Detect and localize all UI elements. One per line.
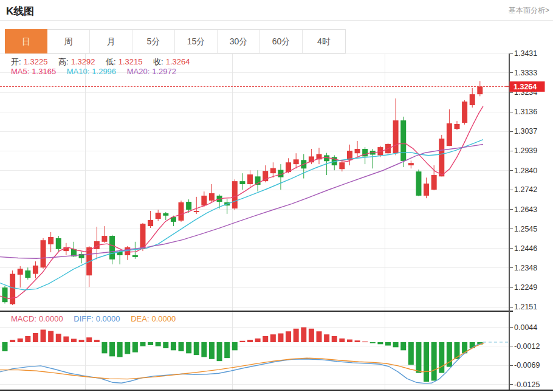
candle-body [2,287,8,302]
ohlc-readout: 开:1.3225 高:1.3292 低:1.3215 收:1.3264 [11,57,192,67]
candle-body [447,123,452,146]
y-axis-label: 1.3136 [514,108,537,116]
candle-body [239,181,245,184]
macd-bar [309,329,314,342]
tab-15分[interactable]: 15分 [175,30,218,53]
macd-bar [278,334,283,342]
header-divider [0,20,553,21]
macd-axis-label: -0.0069 [514,361,540,370]
macd-bar [109,342,115,356]
y-axis-label: 1.2939 [514,146,537,155]
macd-bar [156,342,161,346]
low-value: 1.3215 [118,57,143,66]
macd-bar [239,341,245,342]
candle-body [232,181,238,208]
tab-日[interactable]: 日 [5,29,47,53]
macd-axis-label: 0.0044 [514,323,537,332]
macd-bar [286,331,291,342]
macd-bar [332,336,337,342]
macd-bar [416,342,421,373]
macd-bar [255,339,261,342]
y-axis-label: 1.2643 [514,205,537,214]
macd-axis-label: -0.0012 [514,342,540,351]
candle-body [140,224,145,249]
macd-bar [377,342,383,344]
macd-bar [48,331,53,342]
macd-bar [79,340,84,342]
candle-body [408,163,414,165]
macd-bar [140,342,145,346]
tab-4时[interactable]: 4时 [303,30,345,53]
dea-value: 0.0000 [152,314,176,323]
high-label: 高: [58,57,69,66]
ma20-value: 1.2972 [152,67,176,76]
ma-readout: MA5:1.3165 MA10:1.2996 MA20:1.2972 [11,67,179,76]
ma20-line [0,145,483,259]
y-axis-label: 1.2840 [514,167,537,175]
macd-bar [263,336,268,342]
candle-body [48,237,53,244]
macd-bar [94,340,100,342]
macd-bar [324,334,329,342]
macd-bar [194,342,199,355]
ma5-label: MA5: [11,67,29,76]
macd-bar [393,342,399,347]
candle-body [362,149,368,156]
macd-bar [400,342,406,350]
macd-bar [232,342,238,350]
macd-bar [454,342,459,359]
ma10-label: MA10: [67,67,90,76]
candle-body [439,139,444,176]
candle-body [209,193,215,201]
tab-5分[interactable]: 5分 [132,30,175,53]
macd-bar [362,342,368,342]
macd-label: MACD: [11,314,36,323]
open-value: 1.3225 [24,57,48,66]
candle-body [477,86,483,94]
candle-body [201,196,207,205]
low-label: 低: [106,57,116,66]
candle-body [179,202,184,221]
candle-body [294,159,299,164]
macd-bar [317,331,322,342]
candle-body [247,174,253,184]
macd-bar [171,342,176,350]
close-label: 收: [153,57,163,66]
macd-bar [2,342,8,351]
tab-30分[interactable]: 30分 [218,30,260,53]
candle-body [355,149,360,153]
macd-bar [301,328,306,342]
macd-bar [117,342,123,357]
tab-月[interactable]: 月 [90,30,132,53]
fundamental-analysis-link[interactable]: 基本面分析> [509,5,549,16]
macd-bar [132,342,138,352]
macd-bar [10,340,15,342]
diff-value: 0.0000 [96,314,120,323]
dea-label: DEA: [131,314,149,323]
macd-bar [431,342,437,380]
macd-bar [270,334,276,342]
candle-body [470,94,475,105]
macd-bar [63,337,69,342]
candle-body [454,124,459,129]
page-title: K线图 [6,4,34,18]
tab-60分[interactable]: 60分 [260,30,303,53]
candle-body [18,269,23,275]
macd-bar [209,342,215,359]
candle-body [132,255,138,257]
candle-body [400,120,406,161]
y-axis-label: 1.2348 [514,264,537,272]
y-axis-label: 1.2446 [514,244,537,253]
candle-body [424,184,429,196]
interval-tab-bar: 日周月5分15分30分60分4时 [5,29,346,53]
macd-bar [56,334,61,342]
open-label: 开: [11,57,21,66]
ma5-value: 1.3165 [32,67,56,76]
tab-周[interactable]: 周 [47,30,90,53]
macd-bar [294,329,299,342]
diff-label: DIFF: [74,314,94,323]
macd-bar [408,342,414,365]
macd-bar [439,342,444,373]
macd-bar [125,342,130,354]
close-value: 1.3264 [166,57,190,66]
